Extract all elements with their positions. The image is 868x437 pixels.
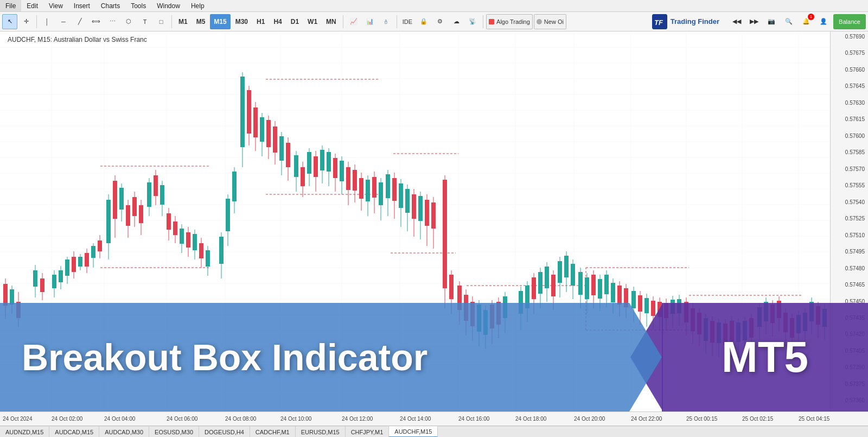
- svg-rect-246: [684, 302, 688, 322]
- sym-tab-eurusd[interactable]: EURUSD,M15: [296, 426, 346, 437]
- tool-trendline[interactable]: ╱: [72, 14, 87, 29]
- separator3: [343, 15, 343, 28]
- lock-btn[interactable]: 🔒: [416, 14, 431, 29]
- screenshot-btn[interactable]: 📷: [764, 14, 779, 29]
- menu-bar: File Edit View Insert Charts Tools Windo…: [0, 0, 868, 12]
- menu-file[interactable]: File: [0, 0, 21, 11]
- search-btn[interactable]: 🔍: [781, 14, 796, 29]
- svg-rect-180: [457, 286, 462, 310]
- sym-tab-audcad-m30[interactable]: AUDCAD,M30: [99, 426, 149, 437]
- svg-rect-102: [186, 232, 190, 248]
- sym-tab-audnzd[interactable]: AUDNZD,M15: [0, 426, 49, 437]
- tf-m30[interactable]: M30: [232, 14, 252, 29]
- svg-rect-60: [40, 278, 44, 292]
- svg-rect-178: [449, 275, 454, 299]
- svg-rect-106: [199, 243, 203, 258]
- menu-tools[interactable]: Tools: [125, 0, 151, 11]
- cloud-btn[interactable]: ☁: [449, 14, 464, 29]
- logo-icon: TF: [652, 14, 667, 29]
- tool-fib[interactable]: ⋯: [105, 14, 120, 29]
- svg-rect-222: [604, 275, 609, 294]
- menu-window[interactable]: Window: [151, 0, 186, 11]
- sym-tab-audcad[interactable]: AUDCAD,M15: [49, 426, 99, 437]
- svg-rect-116: [240, 77, 245, 147]
- tf-m15[interactable]: M15: [210, 14, 230, 29]
- price-level: 0.57690: [832, 34, 867, 40]
- time-label-4: 24 Oct 08:00: [225, 416, 256, 422]
- menu-view[interactable]: View: [43, 0, 68, 11]
- indicators-btn[interactable]: IDE: [400, 14, 415, 29]
- tool-shapes[interactable]: □: [154, 14, 169, 29]
- price-level: 0.57510: [832, 232, 867, 238]
- svg-rect-90: [147, 182, 151, 207]
- price-level: 0.57570: [832, 166, 867, 172]
- tool-hline[interactable]: ─: [56, 14, 71, 29]
- menu-help[interactable]: Help: [186, 0, 210, 11]
- sym-tab-dogeusd[interactable]: DOGEUSD,H4: [199, 426, 250, 437]
- chart-line-btn[interactable]: 📈: [346, 14, 361, 29]
- balance-btn[interactable]: Balance: [833, 14, 866, 29]
- svg-rect-140: [320, 150, 324, 170]
- price-level: 0.57600: [832, 133, 867, 139]
- svg-rect-208: [558, 261, 562, 283]
- svg-rect-234: [644, 298, 649, 313]
- sym-tab-audchf[interactable]: AUDCHF,M15: [389, 426, 438, 437]
- logo-text: Trading Finder: [671, 17, 719, 26]
- nav-fwd-btn[interactable]: ▶▶: [746, 14, 762, 29]
- svg-rect-166: [405, 189, 410, 213]
- sym-tab-chfjpy[interactable]: CHFJPY,M1: [346, 426, 390, 437]
- svg-rect-184: [470, 302, 475, 326]
- svg-rect-204: [545, 267, 549, 288]
- svg-rect-148: [346, 167, 350, 190]
- tf-m5[interactable]: M5: [193, 14, 209, 29]
- separator2: [171, 15, 172, 28]
- svg-rect-72: [85, 253, 89, 267]
- svg-rect-112: [226, 199, 230, 231]
- tf-h1[interactable]: H1: [253, 14, 269, 29]
- algo-trading-btn[interactable]: Algo Trading: [486, 14, 533, 29]
- svg-rect-226: [617, 286, 622, 305]
- settings-btn[interactable]: ⚙: [432, 14, 448, 29]
- svg-rect-284: [809, 302, 814, 321]
- svg-rect-136: [307, 152, 311, 174]
- price-axis: 0.57690 0.57675 0.57660 0.57645 0.57630 …: [830, 31, 868, 411]
- svg-rect-232: [638, 295, 642, 312]
- separator: [36, 15, 37, 28]
- svg-rect-288: [822, 309, 827, 327]
- tool-channel[interactable]: ⟺: [88, 14, 104, 29]
- tf-w1[interactable]: W1: [304, 14, 321, 29]
- notification-btn[interactable]: 🔔1: [799, 14, 814, 29]
- time-label-1: 24 Oct 02:00: [52, 416, 82, 422]
- tool-text[interactable]: T: [137, 14, 152, 29]
- time-label-9: 24 Oct 18:00: [515, 416, 546, 422]
- menu-charts[interactable]: Charts: [95, 0, 125, 11]
- svg-rect-238: [658, 302, 662, 317]
- svg-rect-138: [314, 156, 318, 177]
- tf-m1[interactable]: M1: [175, 14, 192, 29]
- tool-vline[interactable]: │: [40, 14, 55, 29]
- tool-cursor[interactable]: ↖: [2, 14, 17, 29]
- price-level: 0.57660: [832, 67, 867, 73]
- chart-candle-btn[interactable]: 🕯: [379, 14, 394, 29]
- signal-btn[interactable]: 📡: [465, 14, 480, 29]
- new-order-label: New Oi: [544, 18, 564, 25]
- menu-edit[interactable]: Edit: [21, 0, 43, 11]
- menu-insert[interactable]: Insert: [68, 0, 95, 11]
- new-order-btn[interactable]: New Oi: [534, 14, 566, 29]
- tf-mn[interactable]: MN: [322, 14, 340, 29]
- sym-tab-cadchf[interactable]: CADCHF,M1: [250, 426, 296, 437]
- tool-crosshair[interactable]: ✛: [18, 14, 34, 29]
- sym-tab-eosusd[interactable]: EOSUSD,M30: [149, 426, 199, 437]
- svg-rect-80: [113, 181, 117, 219]
- svg-rect-176: [443, 180, 447, 288]
- svg-rect-104: [193, 234, 197, 250]
- time-label-5: 24 Oct 10:00: [280, 416, 311, 422]
- accounts-btn[interactable]: 👤: [816, 14, 831, 29]
- tf-h4[interactable]: H4: [270, 14, 285, 29]
- nav-back-btn[interactable]: ◀◀: [729, 14, 744, 29]
- svg-rect-62: [52, 275, 56, 288]
- symbol-tabs: AUDNZD,M15 AUDCAD,M15 AUDCAD,M30 EOSUSD,…: [0, 426, 868, 437]
- tf-d1[interactable]: D1: [287, 14, 303, 29]
- chart-bar-btn[interactable]: 📊: [362, 14, 378, 29]
- tool-objects[interactable]: ⬡: [121, 14, 136, 29]
